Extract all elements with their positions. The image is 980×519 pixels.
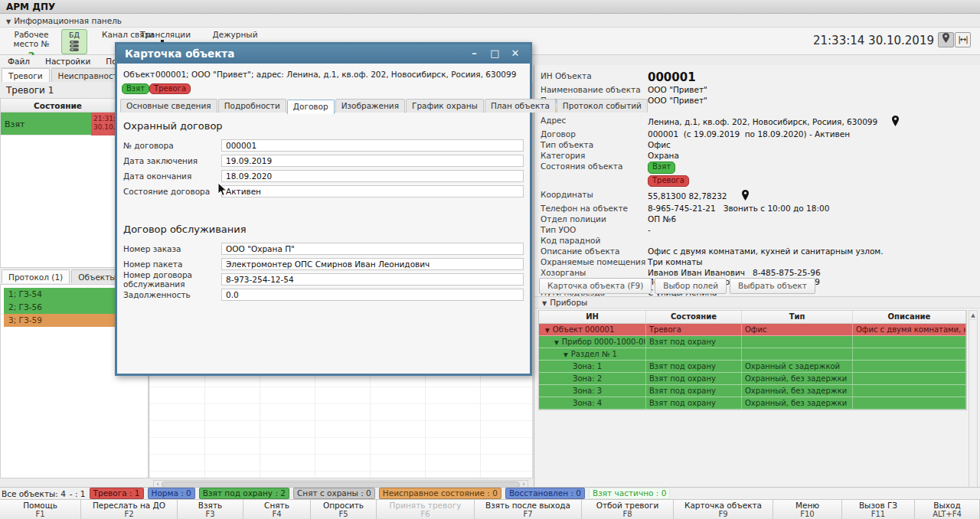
service-field-row: Номер пакетаЭлектромонтер ОПС Смирнов Ив…	[123, 258, 524, 270]
field-input[interactable]: ООО "Охрана П"	[221, 243, 524, 255]
button-выбрать-объект[interactable]: Выбрать объект	[730, 278, 815, 294]
device-desc	[853, 348, 966, 360]
dialog-tab-договор[interactable]: Договор	[287, 100, 335, 114]
detail-row: КатегорияОхрана	[541, 151, 969, 161]
fkey-key: F11	[842, 510, 914, 518]
fkey-f8[interactable]: Отбой тревогиF8	[582, 500, 674, 519]
fkey-label: Взять после выхода	[475, 501, 581, 510]
section-title-service: Договор обслуживания	[123, 224, 524, 235]
devices-section-toggle[interactable]: ▼Приборы	[534, 296, 980, 308]
fit-width-button[interactable]: |↔|	[955, 32, 971, 47]
detail-value: 55,81300 82,78232	[648, 190, 969, 203]
device-state	[646, 348, 742, 360]
menu-item-настройки[interactable]: Настройки	[38, 55, 98, 66]
devices-column-ин[interactable]: ИН	[539, 311, 646, 323]
contract-field-row: Дата заключения19.09.2019	[123, 155, 524, 167]
fkey-f4[interactable]: СнятьF4	[243, 500, 311, 519]
expand-icon[interactable]: ▼	[545, 327, 550, 334]
service-field-row: Задолженность0.0	[123, 289, 524, 301]
detail-label: Состояния объекта	[541, 162, 648, 188]
dialog-tab-план-объекта[interactable]: План объекта	[485, 99, 556, 113]
field-input[interactable]: 18.09.2020	[221, 170, 524, 182]
detail-value: Ленина, д.1, кв.оф. 202, Новосибирск, Ро…	[648, 116, 969, 129]
location-pin-icon[interactable]	[891, 116, 900, 129]
status-count-gray: Снят с охраны : 0	[293, 488, 375, 499]
fkey-alt-f4[interactable]: ВыходALT+F4	[915, 500, 980, 519]
detail-value: ООО "Привет"	[648, 96, 969, 115]
fkey-key: F7	[475, 510, 581, 518]
minimize-icon[interactable]: –	[466, 47, 483, 59]
field-label: Дата окончания	[123, 171, 221, 181]
info-panel-toggle[interactable]: ▼Информационная панель	[0, 14, 980, 28]
location-pin-icon[interactable]	[741, 190, 750, 203]
fkey-f11[interactable]: Вызов ГЗF11	[842, 500, 915, 519]
broadcasts-indicator: Трансляции	[140, 30, 186, 39]
maximize-icon[interactable]: □	[486, 47, 503, 59]
dialog-tab-основные-сведения[interactable]: Основные сведения	[120, 99, 217, 113]
device-in: Зона: 1	[539, 361, 646, 372]
detail-row: Телефон на объекте8-965-745-21-21 Звонит…	[541, 204, 969, 214]
tab-тревоги[interactable]: Тревоги	[2, 68, 50, 82]
device-state: Взят под охрану	[646, 397, 742, 409]
detail-label: Телефон на объекте	[541, 204, 648, 214]
device-state: Тревога	[646, 324, 742, 335]
fkey-f10[interactable]: МенюF10	[773, 500, 842, 519]
device-row[interactable]: Зона: 1Взят под охрануОхранный с задержк…	[539, 361, 966, 373]
db-status-tile[interactable]: БД	[61, 29, 87, 54]
dialog-tab-график-охраны[interactable]: График охраны	[406, 99, 484, 113]
detail-label: Договор	[541, 129, 648, 139]
device-row[interactable]: Зона: 4Взят под охрануОхранный, без заде…	[539, 397, 966, 410]
fkey-key: F3	[178, 510, 243, 518]
field-input[interactable]: Активен	[221, 185, 524, 197]
devices-column-описание[interactable]: Описание	[853, 311, 966, 323]
fkey-f7[interactable]: Взять после выходаF7	[475, 500, 582, 519]
fkey-f9[interactable]: Карточка объектаF9	[674, 500, 773, 519]
detail-value: 8-965-745-21-21 Звонить с 10:00 до 18:00	[648, 204, 969, 214]
status-count-red: Тревога : 1	[90, 488, 144, 499]
field-input[interactable]: 19.09.2019	[221, 155, 524, 167]
dialog-tab-подробности[interactable]: Подробности	[218, 99, 286, 113]
chevron-down-icon: ▼	[6, 18, 11, 25]
field-input[interactable]: Электромонтер ОПС Смирнов Иван Леонидови…	[221, 258, 524, 270]
fkey-f2[interactable]: Переслать на ДОF2	[81, 500, 178, 519]
dialog-title: Карточка объекта	[125, 47, 234, 60]
fkey-f1[interactable]: ПомощьF1	[0, 500, 81, 519]
device-state: Взят под охрану	[646, 373, 742, 384]
menu-item-файл[interactable]: Файл	[0, 55, 38, 66]
all-objects-count: Все объекты: 4	[2, 489, 66, 498]
dialog-tab-изображения[interactable]: Изображения	[335, 99, 405, 113]
dialog-titlebar[interactable]: Карточка объекта – □ ✕	[117, 44, 530, 64]
field-input[interactable]: 0.0	[221, 289, 524, 301]
tab-протокол (1)[interactable]: Протокол (1)	[2, 269, 70, 283]
workplace-label: Рабочее место №	[2, 30, 61, 48]
close-icon[interactable]: ✕	[507, 47, 524, 59]
fkey-f5[interactable]: ОпроситьF5	[311, 500, 377, 519]
detail-row: АдресЛенина, д.1, кв.оф. 202, Новосибирс…	[541, 116, 969, 129]
fkey-f3[interactable]: ВзятьF3	[178, 500, 243, 519]
device-row[interactable]: Зона: 2Взят под охрануОхранный, без заде…	[539, 373, 966, 385]
device-row[interactable]: Зона: 3Взят под охрануОхранный, без заде…	[539, 385, 966, 397]
fkey-key: F2	[81, 510, 177, 518]
devices-column-тип[interactable]: Тип	[742, 311, 853, 323]
expand-icon[interactable]: ▼	[564, 351, 568, 358]
field-input[interactable]: 000001	[221, 139, 524, 152]
fkey-label: Принять тревогу	[377, 501, 474, 510]
fkey-key: F4	[243, 510, 310, 518]
button-выбор-полей[interactable]: Выбор полей	[655, 278, 727, 294]
dialog-tab-протокол-событий[interactable]: Протокол событий	[557, 99, 648, 113]
field-input[interactable]: 8-973-254-12-54	[221, 273, 524, 286]
scroll-up-icon[interactable]: ▲	[969, 311, 977, 320]
status-count-blue: Восстановлен : 0	[505, 488, 585, 499]
device-row[interactable]: ▼Объект 000001ТревогаОфисОфис с двумя ко…	[539, 324, 966, 336]
fkey-key: F10	[773, 510, 841, 518]
object-label: Объект	[123, 70, 155, 79]
alarms-column-state[interactable]: Состояние	[1, 99, 116, 113]
device-row[interactable]: ▼Прибор 0000-1000-0000Взят под охрану	[539, 336, 966, 348]
detail-value: Охрана	[648, 151, 969, 161]
devices-column-состояние[interactable]: Состояние	[646, 311, 742, 323]
button-карточка-объекта-f9-[interactable]: Карточка объекта (F9)	[539, 278, 652, 294]
device-row[interactable]: ▼Раздел № 1	[539, 348, 966, 361]
expand-icon[interactable]: ▼	[554, 339, 559, 346]
app-title: АРМ ДПУ	[0, 0, 980, 14]
map-pin-button[interactable]	[938, 32, 954, 47]
